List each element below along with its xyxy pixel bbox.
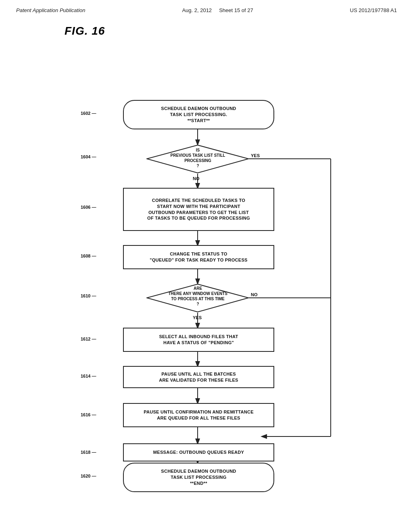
node-id-1604: 1604 — — [81, 154, 96, 159]
node-id-1610: 1610 — — [81, 293, 96, 298]
header-sheet: Sheet 15 of 27 — [219, 7, 253, 13]
node-1602: SCHEDULE DAEMON OUTBOUNDTASK LIST PROCES… — [123, 100, 274, 129]
node-1614-label: PAUSE UNTIL ALL THE BATCHESARE VALIDATED… — [159, 371, 238, 383]
node-1612-label: SELECT ALL INBOUND FILES THATHAVE A STAT… — [159, 334, 238, 346]
node-1620: SCHEDULE DAEMON OUTBOUNDTASK LIST PROCES… — [123, 463, 274, 492]
header-publication: Patent Application Publication — [16, 7, 86, 13]
node-1608: CHANGE THE STATUS TO"QUEUED" FOR TASK RE… — [123, 245, 274, 269]
node-id-1620: 1620 — — [81, 474, 96, 478]
node-1616: PAUSE UNTIL CONFIRMATION AND REMITTANCEA… — [123, 403, 274, 427]
node-1608-label: CHANGE THE STATUS TO"QUEUED" FOR TASK RE… — [150, 251, 248, 263]
node-1602-label: SCHEDULE DAEMON OUTBOUNDTASK LIST PROCES… — [161, 106, 236, 124]
node-id-1612: 1612 — — [81, 337, 96, 341]
node-1614: PAUSE UNTIL ALL THE BATCHESARE VALIDATED… — [123, 366, 274, 388]
page-header: Patent Application Publication Aug. 2, 2… — [0, 0, 413, 17]
node-id-1602: 1602 — — [81, 111, 96, 116]
node-id-1618: 1618 — — [81, 450, 96, 455]
node-1606: CORRELATE THE SCHEDULED TASKS TOSTART NO… — [123, 188, 274, 231]
no-label-1610: NO — [251, 292, 258, 297]
node-id-1614: 1614 — — [81, 374, 96, 378]
yes-label-1610: YES — [193, 315, 202, 320]
yes-label-1604: YES — [251, 153, 260, 158]
node-id-1606: 1606 — — [81, 205, 96, 210]
figure-title: FIG. 16 — [65, 25, 413, 37]
node-1612: SELECT ALL INBOUND FILES THATHAVE A STAT… — [123, 328, 274, 352]
node-1610-diamond: ARETHERE ANY WINDOW EVENTSTO PROCESS AT … — [146, 283, 249, 313]
node-1606-label: CORRELATE THE SCHEDULED TASKS TOSTART NO… — [147, 197, 250, 221]
header-date-sheet: Aug. 2, 2012 Sheet 15 of 27 — [182, 7, 253, 13]
header-patent: US 2012/197788 A1 — [350, 7, 397, 13]
node-id-1608: 1608 — — [81, 254, 96, 258]
node-id-1616: 1616 — — [81, 412, 96, 417]
node-1620-label: SCHEDULE DAEMON OUTBOUNDTASK LIST PROCES… — [161, 468, 236, 486]
node-1618: MESSAGE: OUTBOUND QUEUES READY — [123, 443, 274, 461]
header-date: Aug. 2, 2012 — [182, 7, 212, 13]
node-1604-diamond: ISPREVIOUS TASK LIST STILL PROCESSING? — [146, 144, 249, 174]
node-1618-label: MESSAGE: OUTBOUND QUEUES READY — [153, 449, 244, 455]
no-label-1604: NO — [193, 176, 200, 181]
node-1616-label: PAUSE UNTIL CONFIRMATION AND REMITTANCEA… — [144, 409, 254, 421]
flowchart-diagram: SCHEDULE DAEMON OUTBOUNDTASK LIST PROCES… — [0, 42, 413, 509]
